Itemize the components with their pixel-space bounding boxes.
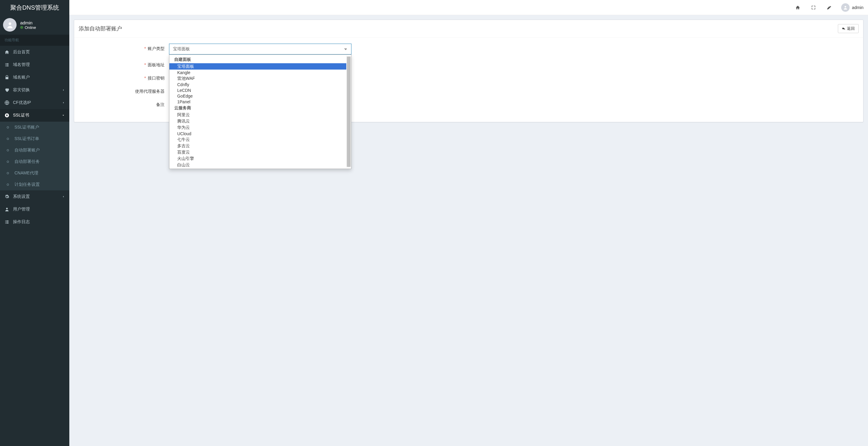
shield-lock-icon <box>4 113 10 118</box>
sidebar-item-label: 计划任务设置 <box>14 182 40 187</box>
label-panel-url: * 面板地址 <box>79 60 169 68</box>
sidebar-item-domain-manage[interactable]: 域名管理 <box>0 59 69 71</box>
tools-icon[interactable] <box>823 2 836 13</box>
user-name: admin <box>20 20 36 25</box>
account-type-select[interactable]: 宝塔面板 <box>169 44 351 55</box>
sidebar-item-label: 操作日志 <box>13 219 30 225</box>
label-api-key: * 接口密钥 <box>79 73 169 81</box>
circle-icon <box>6 126 12 129</box>
sidebar-item-domain-account[interactable]: 域名账户 <box>0 71 69 84</box>
chevron-left-icon <box>62 88 65 93</box>
sidebar-item-ssl[interactable]: SSL证书 <box>0 109 69 122</box>
sidebar-toggle[interactable] <box>74 2 79 13</box>
svg-point-11 <box>6 208 7 209</box>
app-logo[interactable]: 聚合DNS管理系统 <box>0 0 69 15</box>
nav-section-header: 功能导航 <box>0 35 69 46</box>
gear-icon <box>4 194 10 199</box>
sidebar-item-logs[interactable]: 操作日志 <box>0 216 69 228</box>
heartbeat-icon <box>4 88 10 93</box>
svg-point-9 <box>7 172 9 174</box>
lock-icon <box>4 75 10 80</box>
sidebar-item-label: SSL证书账户 <box>14 125 39 130</box>
sidebar-sub-ssl-account[interactable]: SSL证书账户 <box>0 122 69 133</box>
sidebar-item-label: 自动部署账户 <box>14 147 40 153</box>
label-use-proxy: 使用代理服务器 <box>79 87 169 94</box>
sidebar-sub-ssl-order[interactable]: SSL证书订单 <box>0 133 69 144</box>
dropdown-option[interactable]: Cdnfly <box>169 81 346 87</box>
dropdown-option[interactable]: 华为云 <box>169 124 346 131</box>
chevron-down-icon <box>62 113 65 118</box>
sidebar-item-users[interactable]: 用户管理 <box>0 203 69 216</box>
dropdown-option[interactable]: GoEdge <box>169 93 346 99</box>
form-box: 添加自动部署账户 返回 * 账户类型 宝塔面板 自建面板宝塔面板Kangle雷池… <box>74 20 864 122</box>
sidebar-sub-deploy-task[interactable]: 自动部署任务 <box>0 156 69 167</box>
nav-user[interactable]: admin <box>838 3 864 12</box>
svg-point-1 <box>8 22 11 25</box>
dropdown-option[interactable]: 阿里云 <box>169 112 346 118</box>
svg-point-5 <box>7 127 9 128</box>
sidebar-item-dashboard[interactable]: 后台首页 <box>0 46 69 59</box>
field-account-type: * 账户类型 宝塔面板 自建面板宝塔面板Kangle雷池WAFCdnflyLeC… <box>79 44 859 55</box>
sidebar-item-label: 域名管理 <box>13 62 30 67</box>
dropdown-option[interactable]: LeCDN <box>169 87 346 93</box>
home-icon[interactable] <box>791 2 804 13</box>
account-type-dropdown: 自建面板宝塔面板Kangle雷池WAFCdnflyLeCDNGoEdge1Pan… <box>169 55 351 169</box>
sidebar-item-label: 系统设置 <box>13 194 30 199</box>
circle-icon <box>6 171 12 175</box>
sidebar-sub-cron[interactable]: 计划任务设置 <box>0 179 69 190</box>
page-title: 添加自动部署账户 <box>79 25 122 32</box>
sidebar-item-label: 容灾切换 <box>13 87 30 93</box>
dropdown-option[interactable]: Kangle <box>169 70 346 75</box>
status-dot-icon <box>20 26 23 29</box>
dropdown-option[interactable]: 1Panel <box>169 99 346 104</box>
sidebar-item-label: 自动部署任务 <box>14 159 40 164</box>
svg-point-10 <box>7 184 9 185</box>
fullscreen-icon[interactable] <box>807 2 820 13</box>
dropdown-option[interactable]: 百度云 <box>169 149 346 156</box>
svg-point-8 <box>7 161 9 163</box>
sidebar-item-label: SSL证书订单 <box>14 136 39 141</box>
user-icon <box>4 207 10 212</box>
chevron-left-icon <box>62 194 65 199</box>
avatar-icon <box>841 3 849 12</box>
sidebar-item-label: CF优选IP <box>13 100 31 105</box>
svg-point-6 <box>7 138 9 140</box>
scrollbar[interactable] <box>346 56 351 167</box>
sidebar-sub-deploy-account[interactable]: 自动部署账户 <box>0 144 69 156</box>
dropdown-option[interactable]: 腾讯云 <box>169 118 346 124</box>
list-icon <box>4 219 10 225</box>
dropdown-option[interactable]: 火山引擎 <box>169 156 346 162</box>
back-button[interactable]: 返回 <box>838 24 859 33</box>
option-group: 自建面板 <box>169 56 346 63</box>
list-icon <box>4 62 10 67</box>
reply-icon <box>842 27 845 30</box>
ssl-submenu: SSL证书账户 SSL证书订单 自动部署账户 自动部署任务 CNAME代理 计划… <box>0 122 69 190</box>
sidebar-item-cf-ip[interactable]: CF优选IP <box>0 96 69 109</box>
svg-rect-4 <box>6 115 7 116</box>
sidebar-item-label: 域名账户 <box>13 75 30 80</box>
label-remark: 备注 <box>79 100 169 107</box>
dropdown-option[interactable]: UCloud <box>169 131 346 136</box>
sidebar-item-label: 后台首页 <box>13 49 30 55</box>
svg-point-0 <box>844 6 846 7</box>
globe-icon <box>4 100 10 105</box>
user-status: Online <box>20 25 36 30</box>
dropdown-option[interactable]: 宝塔面板 <box>169 63 346 70</box>
sidebar-item-label: SSL证书 <box>13 113 29 118</box>
circle-icon <box>6 137 12 141</box>
dropdown-option[interactable]: 多吉云 <box>169 143 346 149</box>
dropdown-option[interactable]: 雷池WAF <box>169 75 346 81</box>
sidebar-item-settings[interactable]: 系统设置 <box>0 190 69 203</box>
nav-user-label: admin <box>852 5 864 10</box>
dropdown-option[interactable]: 七牛云 <box>169 136 346 143</box>
dropdown-option[interactable]: 白山云 <box>169 162 346 167</box>
sidebar-item-label: CNAME代理 <box>14 170 38 176</box>
chevron-left-icon <box>62 100 65 105</box>
home-icon <box>4 50 10 55</box>
sidebar-item-label: 用户管理 <box>13 207 30 212</box>
circle-icon <box>6 183 12 186</box>
sidebar-item-failover[interactable]: 容灾切换 <box>0 84 69 96</box>
content-area: 添加自动部署账户 返回 * 账户类型 宝塔面板 自建面板宝塔面板Kangle雷池… <box>69 15 868 446</box>
sidebar-sub-cname-proxy[interactable]: CNAME代理 <box>0 167 69 179</box>
label-account-type: * 账户类型 <box>79 44 169 52</box>
